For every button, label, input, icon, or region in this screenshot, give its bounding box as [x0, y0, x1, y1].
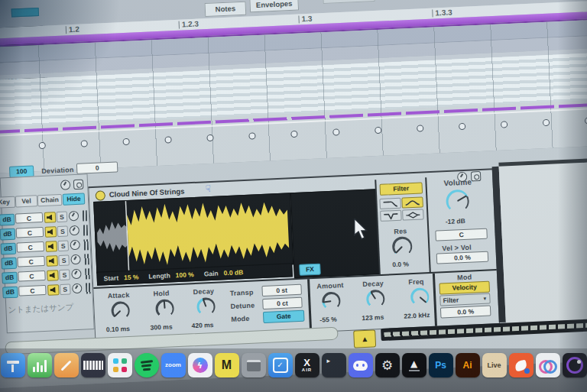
filter-type-active-button[interactable] [401, 196, 423, 208]
fenv-decay-value[interactable]: 123 ms [362, 313, 384, 322]
gain-value[interactable]: 0.0 dB [223, 268, 243, 277]
numbers-icon[interactable] [28, 353, 52, 377]
start-value[interactable]: 15 % [124, 273, 139, 281]
decay-knob[interactable] [196, 297, 216, 316]
messenger-icon[interactable]: ϟ [188, 353, 212, 377]
hold-knob[interactable] [155, 299, 174, 318]
transp-field[interactable]: 0 st [261, 284, 302, 296]
chain-pan-field[interactable]: C [16, 241, 44, 253]
filter-toggle-button[interactable]: Filter [379, 182, 423, 196]
chain-volume-field[interactable]: dB [0, 228, 15, 241]
length-value[interactable]: 100 % [175, 271, 194, 279]
hot-swap-icon[interactable] [70, 225, 80, 236]
x-air-icon[interactable]: X AIR [295, 353, 319, 377]
filter-type-lowpass-button[interactable] [379, 198, 401, 209]
mod-source-button[interactable]: Velocity [439, 281, 490, 295]
chain-volume-field[interactable]: dB [1, 243, 17, 255]
hide-button[interactable]: Hide [63, 193, 86, 205]
waveform-display[interactable] [93, 193, 294, 274]
filter-type-notch-button[interactable] [380, 210, 402, 222]
hot-swap-icon[interactable] [69, 211, 79, 222]
hot-swap-icon[interactable] [70, 254, 81, 265]
vel-vol-field[interactable]: 0.0 % [436, 251, 489, 264]
midi-keyboard-icon[interactable] [81, 353, 105, 377]
device-on-toggle[interactable] [96, 190, 106, 201]
ableton-live-icon[interactable]: Live [482, 353, 507, 377]
hot-swap-icon[interactable] [70, 240, 80, 251]
discord-icon[interactable] [349, 353, 373, 377]
volume-knob[interactable] [446, 190, 469, 213]
chain-row[interactable]: dB C S [5, 282, 92, 299]
tab-envelopes[interactable]: Envelopes [249, 0, 299, 12]
m-app-icon[interactable]: M [215, 353, 239, 377]
hot-swap-icon[interactable] [71, 269, 82, 280]
fenv-decay-knob[interactable] [366, 290, 385, 309]
gate-mode-button[interactable]: Gate [263, 310, 305, 323]
chain-pan-field[interactable]: C [18, 271, 46, 282]
orange-app-icon[interactable] [509, 353, 533, 377]
mute-speaker-icon[interactable] [47, 270, 59, 281]
chain-volume-field[interactable]: dB [0, 214, 15, 226]
loopback-icon[interactable] [536, 353, 560, 377]
save-preset-icon[interactable] [471, 171, 482, 182]
hold-value[interactable]: 300 ms [150, 322, 172, 331]
mod-target-dropdown[interactable]: Filter ▼ [439, 293, 491, 306]
hot-swap-hand-icon[interactable]: ☟ [205, 184, 211, 193]
attack-value[interactable]: 0.10 ms [106, 325, 131, 333]
decay-value[interactable]: 420 ms [191, 321, 213, 329]
amount-value[interactable]: -55 % [319, 316, 337, 324]
key-zone-button[interactable]: Key [0, 196, 15, 209]
zoom-icon[interactable]: zoom [161, 353, 186, 377]
mute-speaker-icon[interactable] [45, 241, 57, 252]
chain-pan-field[interactable]: C [18, 285, 47, 296]
solo-button[interactable]: S [57, 212, 68, 223]
chain-volume-field[interactable]: dB [2, 287, 18, 299]
res-value[interactable]: 0.0 % [392, 260, 409, 268]
amount-knob[interactable] [322, 291, 341, 310]
apogee-icon[interactable]: ▲ [402, 353, 426, 377]
pointer-app-icon[interactable]: ▸ [322, 353, 346, 377]
volume-value[interactable]: -12 dB [446, 217, 465, 225]
solo-button[interactable]: S [57, 226, 69, 238]
solo-button[interactable]: S [57, 240, 69, 251]
utility-app-icon[interactable] [242, 353, 266, 377]
chain-pan-field[interactable]: C [16, 227, 44, 238]
solo-button[interactable]: S [60, 283, 71, 295]
tab-notes[interactable]: Notes [205, 2, 247, 17]
lens-app-icon[interactable] [563, 353, 587, 377]
freq-value[interactable]: 22.0 kHz [404, 311, 430, 320]
pan-field[interactable]: C [435, 228, 488, 241]
tasks-app-icon[interactable]: ✓ [268, 353, 293, 377]
vel-zone-button[interactable]: Vel [15, 195, 38, 207]
illustrator-icon[interactable]: Ai [456, 353, 480, 377]
attack-knob[interactable] [111, 301, 130, 320]
gear-emblem-icon[interactable]: ⚙ [375, 353, 400, 377]
mute-speaker-icon[interactable] [44, 212, 57, 223]
chain-volume-field[interactable]: dB [2, 272, 18, 284]
res-knob[interactable] [392, 236, 413, 257]
keynote-icon[interactable] [1, 353, 25, 377]
spotify-icon[interactable] [135, 353, 159, 377]
chain-pan-field[interactable]: C [15, 212, 44, 224]
freq-knob[interactable] [410, 287, 430, 306]
solo-button[interactable]: S [59, 269, 70, 280]
save-preset-icon[interactable] [73, 180, 84, 190]
chain-pan-field[interactable]: C [17, 256, 45, 267]
filter-type-morph-button[interactable] [402, 209, 424, 220]
solo-button[interactable]: S [58, 254, 70, 266]
hot-swap-icon[interactable] [72, 283, 83, 294]
mod-amount-field[interactable]: 0.0 % [440, 306, 491, 319]
fold-up-button[interactable]: ▲ [353, 329, 376, 348]
photoshop-icon[interactable]: Ps [429, 353, 453, 377]
chain-volume-field[interactable]: dB [1, 258, 17, 270]
pages-icon[interactable] [54, 353, 79, 377]
mute-speaker-icon[interactable] [46, 255, 58, 267]
detune-field[interactable]: 0 ct [262, 297, 303, 309]
fx-button[interactable]: FX [299, 264, 321, 276]
chain-zone-button[interactable]: Chain [37, 194, 63, 206]
slack-icon[interactable] [108, 353, 132, 377]
mute-speaker-icon[interactable] [45, 226, 57, 238]
dial-icon[interactable] [60, 180, 71, 190]
deviation-field[interactable]: 0 [76, 161, 118, 173]
mute-speaker-icon[interactable] [47, 284, 60, 296]
